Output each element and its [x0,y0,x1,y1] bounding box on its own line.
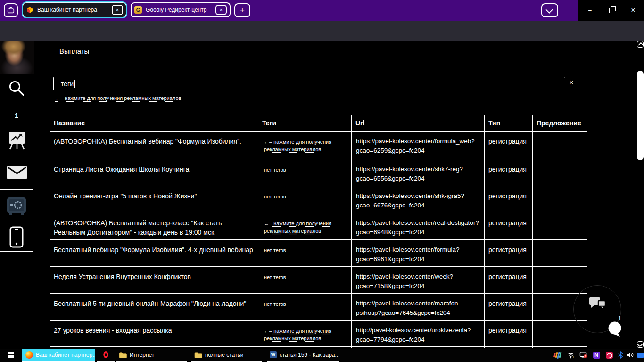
window-minimize-button[interactable]: − [583,4,597,17]
word-icon: W [270,351,277,358]
offer-tags: нет тегов [258,267,352,294]
tags-materials-link[interactable]: ←– нажмите для получения рекламных матер… [264,328,331,341]
avatar[interactable] [0,41,34,74]
scroll-up-button[interactable] [637,41,644,48]
offer-offer [533,267,587,294]
table-row: Бесплатный 5-ти дневный онлайн-Марафон "… [50,294,587,321]
taskbar-item-firefox[interactable]: Ваш кабинет партнер... [22,349,95,362]
scrollbar-separator [636,41,636,348]
n-app-tray-icon[interactable]: N [592,351,601,359]
mail-icon [7,166,27,179]
start-button[interactable] [0,349,22,361]
offer-offer [533,159,587,186]
sidebar-item-search[interactable] [8,79,25,99]
table-row: Страница Листа Ожидания Школы Коучинга н… [50,159,587,186]
offer-offer [533,186,587,213]
tab-close-button[interactable]: × [215,5,227,15]
page-bottom-border [0,348,644,348]
safe-vault-icon [6,197,27,216]
chat-unread-count: 1 [618,314,621,321]
network-tray-icon[interactable]: + [566,351,575,359]
tags-search-input[interactable]: теги [53,77,565,90]
sidebar-item-safe[interactable] [6,197,27,218]
taskbar-item-opera[interactable] [97,349,115,362]
folder-icon [194,352,202,358]
taskbar-item-folder-internet[interactable]: Интернет [116,349,187,362]
firefox-view-icon [7,6,15,15]
tab-close-button[interactable]: × [112,5,123,15]
tab-overflow-button[interactable] [541,3,558,17]
offer-offer [533,132,587,159]
chevron-down-icon [637,342,643,347]
offer-tags: нет тегов [258,186,352,213]
new-tab-button[interactable]: + [234,3,250,17]
offer-name: (АВТОВОРОНКА) Бесплатный вебинар "Формул… [50,132,258,159]
sidebar-notification-count: 1 [0,112,33,119]
tags-materials-link[interactable]: ←– нажмите для получения рекламных матер… [264,221,331,234]
svg-text:+: + [572,355,574,359]
table-row: Бесплатный вебинар "Формула Изобилия". 4… [50,240,587,267]
taskbar-item-folder-articles[interactable]: полные статьи [191,349,262,362]
taskbar-item-label: статья 159 - Как зара... [280,352,339,358]
taskbar-item-label: Ваш кабинет партнер... [36,352,95,358]
materials-link[interactable]: ←– нажмите для получения рекламных матер… [55,95,181,101]
scrollbar-thumb[interactable] [637,71,644,160]
tags-materials-link[interactable]: ←– нажмите для получения рекламных матер… [264,139,331,152]
offer-name: Бесплатный вебинар "Формула Изобилия". 4… [50,240,258,267]
browser-nav-bar: ← → ⌂ edu.pavel-kolesov.ru/sales/control… [0,21,644,41]
scroll-down-button[interactable] [637,341,644,348]
getcourse-favicon [26,6,33,14]
chevron-down-icon [545,6,553,14]
offer-tags: нет тегов [258,159,352,186]
browser-tab-bar: Ваш кабинет партнера × G Goodly Редирект… [0,0,644,21]
column-header-tags: Теги [258,115,352,132]
tab-goodly-redirect[interactable]: G Goodly Редирект-центр × [131,2,231,17]
display-alert-tray-icon[interactable]: ! [579,351,587,359]
volume-tray-icon[interactable] [626,351,635,359]
taskbar-item-label: Интернет [130,352,154,358]
firefox-view-button[interactable] [4,3,18,17]
tab-title: Ваш кабинет партнера [37,7,112,13]
offer-type: регистрация [485,240,533,267]
sidebar-item-mail[interactable] [7,166,27,181]
offer-name: Онлайн тренинг-игра "5 шагов к Новой Жиз… [50,186,258,213]
offer-url: https://pavel-kolesov.center/marafon-psi… [352,294,485,321]
folder-icon [119,352,127,358]
column-header-type: Тип [485,115,533,132]
red-app-tray-icon[interactable] [605,351,613,359]
cut-text-remnant [344,41,346,41]
chevron-up-icon [638,42,644,48]
taskbar-item-label: полные статьи [205,352,243,358]
chat-notification-bubble[interactable] [607,321,624,337]
bluetooth-tray-icon[interactable] [616,351,625,359]
column-header-url: Url [352,115,485,132]
blue-panel-tray-icon[interactable] [636,351,644,359]
sidebar-item-mobile[interactable] [9,226,24,250]
tab-title: Goodly Редирект-центр [146,7,215,13]
table-row: (АВТОВОРОНКА) Бесплатный мастер-класс "К… [50,213,587,240]
offer-type: регистрация [485,132,533,159]
offer-type: регистрация [485,213,533,240]
firefox-icon [25,351,33,359]
taskbar: Ваш кабинет партнер... Интернет полные с… [0,349,644,362]
opera-icon [103,351,108,358]
taskbar-item-word-doc[interactable]: W статья 159 - Как зара... [267,349,339,362]
svg-text:!: ! [585,354,586,358]
cut-text-remnant [199,41,201,41]
sidebar-divider [0,251,33,252]
wave-colors-tray-icon[interactable] [553,351,562,359]
window-restore-button[interactable] [604,4,619,17]
offer-type: регистрация [485,159,533,186]
offer-name: 27 уроков везения - входная рассылка [50,321,258,347]
presentation-chart-icon [7,131,27,150]
offer-type: регистрация [485,267,533,294]
search-clear-button[interactable]: × [567,78,576,89]
cut-text-remnant [297,41,298,41]
goodly-favicon: G [134,6,142,14]
restore-icon [609,8,614,13]
offer-type: регистрация [485,321,533,347]
offer-url: https://pavel-kolesov.center/real-dostig… [352,213,485,240]
sidebar-item-stats[interactable] [7,131,27,152]
window-close-button[interactable]: × [626,4,640,17]
tab-partner-cabinet[interactable]: Ваш кабинет партнера × [23,2,126,17]
